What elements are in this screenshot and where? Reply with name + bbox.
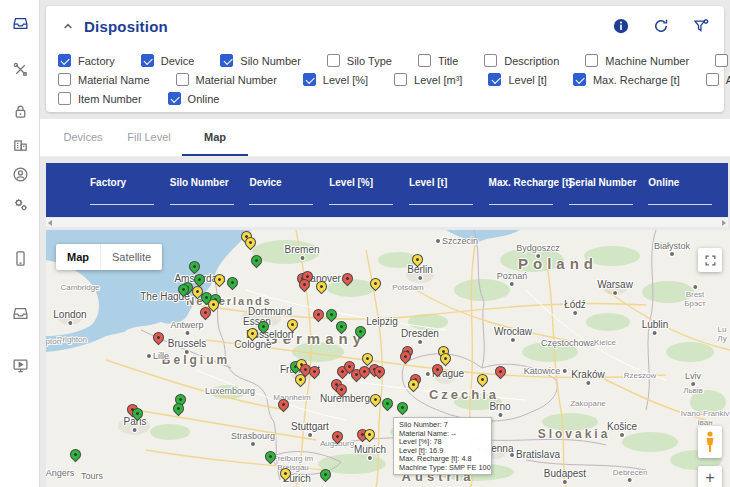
city-label-kielce: Kielce xyxy=(594,338,616,347)
satellite-view-button[interactable]: Satellite xyxy=(101,244,162,270)
inbox-icon[interactable] xyxy=(0,8,40,38)
city-label-brest: BrestБрэст xyxy=(684,285,705,308)
filter-label: Title xyxy=(438,55,458,67)
filter-checkbox-level-[interactable]: Level [%] xyxy=(303,73,368,86)
filter-checkbox-description[interactable]: Description xyxy=(484,54,559,67)
checkbox-checked-icon[interactable] xyxy=(168,92,181,105)
checkbox-unchecked-icon[interactable] xyxy=(706,73,719,86)
scroll-right-icon[interactable] xyxy=(722,220,726,226)
map-view-button[interactable]: Map xyxy=(56,244,100,270)
city-label-strasbourg: Strasbourg xyxy=(231,431,275,446)
collapse-chevron-icon[interactable] xyxy=(60,18,76,34)
user-icon[interactable] xyxy=(0,159,40,189)
city-dot xyxy=(613,291,617,295)
info-icon[interactable] xyxy=(612,17,630,35)
city-label-katowice: Katowice xyxy=(524,366,567,376)
filter-checkbox-silo-number[interactable]: Silo Number xyxy=(220,54,301,67)
filter-label: Factory xyxy=(78,55,115,67)
filter-checkbox-silo-type[interactable]: Silo Type xyxy=(327,54,392,67)
column-header-label: Max. Recharge [t] xyxy=(489,177,569,188)
column-header-label: Level [t] xyxy=(409,177,489,188)
column-filter-input[interactable] xyxy=(409,204,473,205)
column-filter-input[interactable] xyxy=(489,204,553,205)
checkbox-checked-icon[interactable] xyxy=(303,73,316,86)
city-label-cambridge: Cambridge xyxy=(60,283,99,292)
tools-icon[interactable] xyxy=(0,54,40,84)
filter-checkbox-machine-number[interactable]: Machine Number xyxy=(585,54,689,67)
checkbox-unchecked-icon[interactable] xyxy=(715,54,728,67)
filter-checkbox-item-number[interactable]: Item Number xyxy=(58,92,142,105)
organization-icon[interactable] xyxy=(0,129,40,159)
tab-bar: DevicesFill LevelMap xyxy=(40,119,730,157)
checkbox-checked-icon[interactable] xyxy=(58,54,71,67)
filter-checkbox-online[interactable]: Online xyxy=(168,92,220,105)
city-label-lublin: Lublin xyxy=(642,319,669,335)
column-filter-input[interactable] xyxy=(569,204,633,205)
city-dot xyxy=(562,369,566,373)
scroll-left-icon[interactable] xyxy=(48,220,52,226)
lock-icon[interactable] xyxy=(0,96,40,126)
tab-map[interactable]: Map xyxy=(182,119,248,156)
filter-checkbox-material-name[interactable]: Material Name xyxy=(58,73,150,86)
filter-checkbox-title[interactable]: Title xyxy=(418,54,458,67)
filter-checkbox-machine-type[interactable]: Machine Type xyxy=(715,54,730,67)
checkbox-unchecked-icon[interactable] xyxy=(394,73,407,86)
city-dot xyxy=(436,239,440,243)
country-label-belgium: Belgium xyxy=(162,353,230,367)
column-online: Online xyxy=(648,163,728,217)
refresh-icon[interactable] xyxy=(652,17,670,35)
checkbox-unchecked-icon[interactable] xyxy=(585,54,598,67)
city-dot xyxy=(308,433,312,437)
column-filter-input[interactable] xyxy=(249,204,313,205)
column-filter-input[interactable] xyxy=(648,204,712,205)
checkbox-unchecked-icon[interactable] xyxy=(58,92,71,105)
fullscreen-button[interactable] xyxy=(698,248,722,272)
filter-label: Machine Number xyxy=(605,55,689,67)
city-dot xyxy=(418,276,422,280)
map-canvas[interactable]: NetherlandsGermanyBelgiumPolandCzechiaSl… xyxy=(46,230,730,487)
checkbox-checked-icon[interactable] xyxy=(220,54,233,67)
city-dot xyxy=(693,285,697,289)
checkbox-unchecked-icon[interactable] xyxy=(484,54,497,67)
horizontal-scrollbar[interactable] xyxy=(46,218,728,227)
column-filter-input[interactable] xyxy=(90,204,154,205)
filter-checkbox-accu-level[interactable]: Accu Level xyxy=(706,73,730,86)
column-header-label: Silo Number xyxy=(170,177,250,188)
checkbox-checked-icon[interactable] xyxy=(488,73,501,86)
city-label-ko-ice: Košice xyxy=(607,421,637,437)
checkbox-unchecked-icon[interactable] xyxy=(327,54,340,67)
checkbox-unchecked-icon[interactable] xyxy=(176,73,189,86)
monitor-play-icon[interactable] xyxy=(0,350,40,380)
city-label-brighton: Brighton xyxy=(57,335,87,344)
tab-devices[interactable]: Devices xyxy=(50,119,116,156)
checkbox-unchecked-icon[interactable] xyxy=(418,54,431,67)
tab-fill-level[interactable]: Fill Level xyxy=(116,119,182,156)
pegman-button[interactable] xyxy=(698,426,722,458)
filter-checkbox-factory[interactable]: Factory xyxy=(58,54,115,67)
gears-icon[interactable] xyxy=(0,189,40,219)
filter-icon[interactable] xyxy=(692,17,710,35)
table-header: FactorySilo NumberDeviceLevel [%]Level [… xyxy=(46,163,728,217)
city-label-ivano-frankiv: Ivano-FrankivІван xyxy=(681,409,729,427)
filter-checkbox-level-t-[interactable]: Level [t] xyxy=(488,73,547,86)
column-factory: Factory xyxy=(90,163,170,217)
column-filter-input[interactable] xyxy=(170,204,234,205)
checkbox-unchecked-icon[interactable] xyxy=(58,73,71,86)
column-filter-input[interactable] xyxy=(329,204,393,205)
filter-checkbox-device[interactable]: Device xyxy=(141,54,195,67)
zoom-in-button[interactable]: + xyxy=(698,466,722,487)
tray-icon[interactable] xyxy=(0,298,40,328)
filter-checkbox-level-m-[interactable]: Level [m³] xyxy=(394,73,462,86)
city-label-budapest: Budapest xyxy=(544,468,586,484)
city-dot xyxy=(185,350,189,354)
city-label-london: London xyxy=(53,309,86,325)
city-label-leipzig: Leipzig xyxy=(366,316,398,327)
filter-checkbox-material-number[interactable]: Material Number xyxy=(176,73,277,86)
filter-label: Accu Level xyxy=(726,74,730,86)
city-label-warsaw: Warsaw xyxy=(597,279,633,295)
checkbox-checked-icon[interactable] xyxy=(573,73,586,86)
checkbox-checked-icon[interactable] xyxy=(141,54,154,67)
tablet-icon[interactable] xyxy=(0,243,40,273)
filter-checkbox-max-recharge-t-[interactable]: Max. Recharge [t] xyxy=(573,73,680,86)
city-label-wroc-aw: Wrocław xyxy=(494,326,532,342)
